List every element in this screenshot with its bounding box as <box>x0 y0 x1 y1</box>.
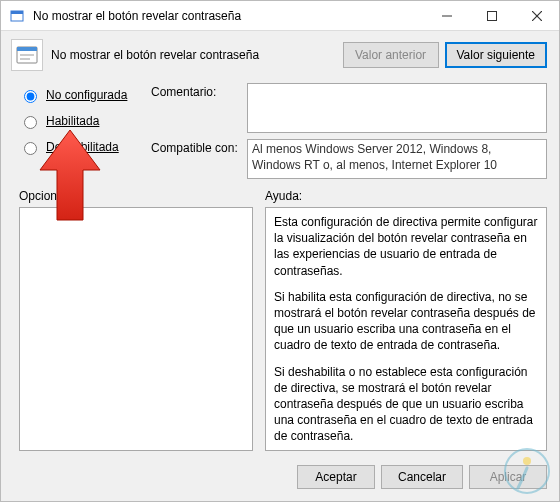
policy-title: No mostrar el botón revelar contraseña <box>51 48 335 62</box>
radio-not-configured-label[interactable]: No configurada <box>46 88 127 102</box>
cancel-button[interactable]: Cancelar <box>381 465 463 489</box>
state-radio-group: No configurada Habilitada Deshabilitada <box>19 83 139 179</box>
close-button[interactable] <box>514 1 559 30</box>
comment-label: Comentario: <box>151 83 239 99</box>
compat-label: Compatible con: <box>151 139 239 155</box>
window-controls <box>424 1 559 30</box>
app-icon <box>9 8 25 24</box>
svg-rect-3 <box>487 11 496 20</box>
options-box[interactable] <box>19 207 253 451</box>
svg-rect-8 <box>20 54 34 56</box>
top-section: No configurada Habilitada Deshabilitada … <box>1 79 559 187</box>
help-label: Ayuda: <box>265 189 547 203</box>
radio-enabled[interactable] <box>24 116 37 129</box>
minimize-button[interactable] <box>424 1 469 30</box>
section-labels: Opciones: Ayuda: <box>1 187 559 205</box>
svg-rect-7 <box>17 47 37 51</box>
apply-button[interactable]: Aplicar <box>469 465 547 489</box>
help-paragraph: Esta configuración de directiva permite … <box>274 214 538 279</box>
radio-disabled-label[interactable]: Deshabilitada <box>46 140 119 154</box>
radio-disabled[interactable] <box>24 142 37 155</box>
ok-button[interactable]: Aceptar <box>297 465 375 489</box>
header-row: No mostrar el botón revelar contraseña V… <box>1 31 559 79</box>
comment-textarea[interactable] <box>247 83 547 133</box>
compat-value[interactable]: Al menos Windows Server 2012, Windows 8,… <box>247 139 547 179</box>
policy-dialog: No mostrar el botón revelar contraseña N… <box>0 0 560 502</box>
previous-setting-button[interactable]: Valor anterior <box>343 42 439 68</box>
policy-icon <box>11 39 43 71</box>
radio-not-configured[interactable] <box>24 90 37 103</box>
window-title: No mostrar el botón revelar contraseña <box>31 9 424 23</box>
svg-rect-1 <box>11 11 23 14</box>
help-box[interactable]: Esta configuración de directiva permite … <box>265 207 547 451</box>
next-setting-button[interactable]: Valor siguiente <box>445 42 548 68</box>
maximize-button[interactable] <box>469 1 514 30</box>
radio-enabled-label[interactable]: Habilitada <box>46 114 99 128</box>
svg-rect-9 <box>20 58 30 60</box>
help-paragraph: Si habilita esta configuración de direct… <box>274 289 538 354</box>
help-paragraph: Si deshabilita o no establece esta confi… <box>274 364 538 445</box>
bottom-section: Esta configuración de directiva permite … <box>1 205 559 457</box>
titlebar: No mostrar el botón revelar contraseña <box>1 1 559 31</box>
options-label: Opciones: <box>19 189 253 203</box>
footer: Aceptar Cancelar Aplicar <box>1 457 559 501</box>
